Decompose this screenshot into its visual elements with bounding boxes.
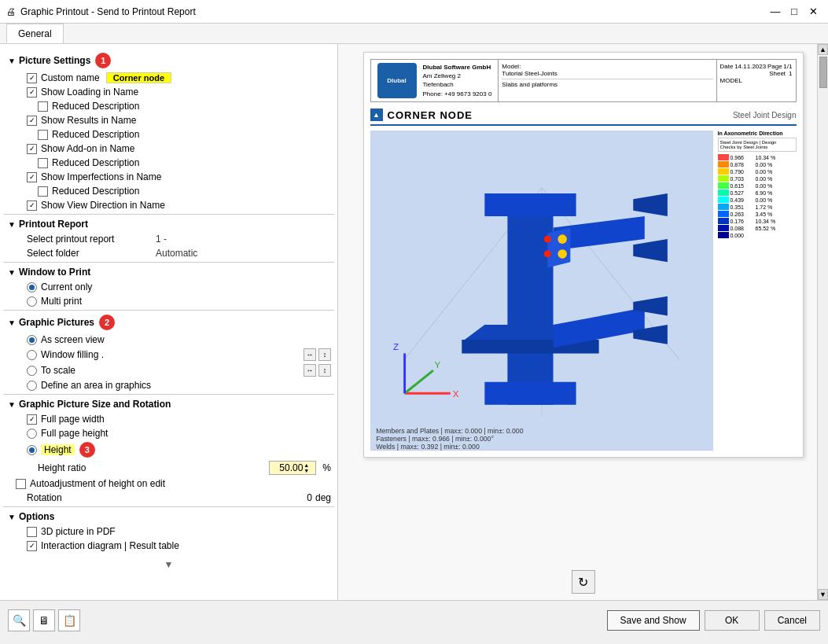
define-area-radio[interactable] — [27, 381, 37, 391]
legend-color-swatch — [718, 197, 729, 203]
show-addon-checkbox[interactable] — [27, 144, 37, 154]
autoadjust-row: Autoadjustment of height on edit — [3, 477, 334, 491]
divider-2 — [3, 262, 334, 263]
preview-meta: Model: Tutorial Steel-Joints Slabs and p… — [499, 60, 716, 101]
refresh-button[interactable]: ↻ — [572, 570, 595, 594]
window-filling-icons: ↔ ↕ — [304, 348, 331, 361]
current-only-radio[interactable] — [27, 282, 37, 293]
scroll-up-arrow[interactable]: ▲ — [818, 44, 828, 55]
height-unit: % — [322, 462, 331, 473]
right-scrollbar[interactable]: ▲ ▼ — [817, 44, 828, 600]
search-tool-button[interactable]: 🔍 — [8, 609, 30, 631]
spinner-up[interactable]: ▲ — [303, 462, 310, 468]
legend-percent: 0.00 % — [756, 197, 773, 203]
to-scale-icons: ↔ ↕ — [304, 364, 331, 377]
legend-value: 0.790 — [730, 169, 754, 175]
current-only-label: Current only — [41, 282, 92, 293]
scroll-down-arrow[interactable]: ▼ — [818, 589, 828, 600]
show-imperfections-checkbox[interactable] — [27, 172, 37, 182]
close-button[interactable]: ✕ — [804, 3, 822, 20]
clipboard-tool-button[interactable]: 📋 — [58, 609, 80, 631]
icon-btn-3[interactable]: ↔ — [304, 364, 316, 377]
multi-print-label: Multi print — [41, 296, 82, 307]
height-ratio-input[interactable] — [271, 462, 303, 473]
section-window-to-print[interactable]: ▼ Window to Print — [3, 264, 334, 280]
autoadjust-checkbox[interactable] — [16, 479, 26, 489]
window-title: Graphic Printout - Send to Printout Repo… — [20, 6, 196, 17]
show-addon-label: Show Add-on in Name — [41, 143, 134, 154]
custom-name-checkbox[interactable] — [27, 73, 37, 83]
show-results-checkbox[interactable] — [27, 116, 37, 126]
cancel-button[interactable]: Cancel — [764, 610, 820, 631]
maximize-button[interactable]: □ — [786, 3, 803, 20]
graphic-size-title: Graphic Picture Size and Rotation — [19, 399, 171, 410]
bottom-tools: 🔍 🖥 📋 — [8, 609, 80, 631]
svg-marker-4 — [507, 199, 553, 405]
icon-btn-4[interactable]: ↕ — [318, 364, 331, 377]
legend-rows: 0.966 10.34 % 0.878 0.00 % 0.790 0.00 % … — [718, 154, 797, 238]
page-label: Page — [767, 63, 782, 70]
tab-general[interactable]: General — [6, 24, 64, 43]
show-loading-row: Show Loading in Name — [3, 85, 334, 99]
preview-logo-area: Dlubal Dlubal Software GmbH Am Zellweg 2… — [371, 60, 499, 101]
minimize-button[interactable]: — — [767, 3, 784, 20]
icon-btn-2[interactable]: ↕ — [318, 348, 331, 361]
sheet-label: Sheet — [769, 70, 786, 77]
legend-color-swatch — [718, 211, 729, 217]
bottom-actions: Save and Show OK Cancel — [607, 610, 820, 631]
legend-color-swatch — [718, 168, 729, 175]
to-scale-radio[interactable] — [27, 366, 37, 376]
reduced-desc-3-label: Reduced Description — [52, 157, 139, 168]
spinner-down[interactable]: ▼ — [303, 468, 310, 473]
steel-joint-design: Steel Joint Design — [733, 111, 797, 120]
section-graphic-pictures[interactable]: ▼ Graphic Pictures 2 — [3, 312, 334, 333]
save-and-show-button[interactable]: Save and Show — [607, 610, 700, 631]
divider-5 — [3, 506, 334, 507]
reduced-desc-4-checkbox[interactable] — [38, 186, 48, 197]
section-graphic-size[interactable]: ▼ Graphic Picture Size and Rotation — [3, 396, 334, 412]
height-radio[interactable] — [27, 445, 37, 455]
section-printout-report[interactable]: ▼ Printout Report — [3, 216, 334, 232]
window-filling-radio[interactable] — [27, 350, 37, 360]
refresh-area: ↻ — [338, 564, 828, 600]
show-loading-checkbox[interactable] — [27, 87, 37, 98]
interaction-diagram-label: Interaction diagram | Result table — [41, 540, 179, 551]
collapse-icon-5: ▼ — [6, 399, 17, 410]
3d-pdf-checkbox[interactable] — [27, 527, 37, 537]
tutorial-label: Tutorial Steel-Joints — [502, 70, 712, 79]
interaction-diagram-checkbox[interactable] — [27, 541, 37, 551]
badge-2: 2 — [99, 315, 115, 330]
full-page-width-checkbox[interactable] — [27, 414, 37, 425]
dlubal-logo: Dlubal — [377, 63, 417, 98]
section-picture-settings[interactable]: ▼ Picture Settings 1 — [3, 50, 334, 71]
scroll-thumb[interactable] — [819, 57, 827, 88]
icon-btn-1[interactable]: ↔ — [304, 348, 316, 361]
full-page-height-radio[interactable] — [27, 429, 37, 439]
current-only-row: Current only — [3, 280, 334, 294]
multi-print-radio[interactable] — [27, 296, 37, 307]
define-area-label: Define an area in graphics — [41, 380, 151, 391]
screen-tool-button[interactable]: 🖥 — [33, 609, 55, 631]
custom-name-row: Custom name Corner node — [3, 71, 334, 85]
show-view-direction-row: Show View Direction in Name — [3, 198, 334, 212]
legend-percent: 0.00 % — [756, 162, 773, 167]
ok-button[interactable]: OK — [705, 610, 760, 631]
reduced-desc-3-checkbox[interactable] — [38, 158, 48, 168]
define-area-row: Define an area in graphics — [3, 378, 334, 392]
section-options[interactable]: ▼ Options — [3, 509, 334, 524]
show-loading-label: Show Loading in Name — [41, 86, 138, 98]
preview-page: Date 14.11.2023 Page 1/1 Sheet 1 MODEL — [717, 60, 796, 101]
collapse-icon-2: ▼ — [6, 219, 17, 230]
corner-node-title: CORNER NODE — [388, 109, 733, 121]
collapse-icon-6: ▼ — [6, 511, 17, 522]
company-name: Dlubal Software GmbH — [423, 63, 492, 72]
as-screen-view-radio[interactable] — [27, 335, 37, 345]
legend-color-swatch — [718, 225, 729, 231]
show-view-direction-checkbox[interactable] — [27, 201, 37, 211]
reduced-desc-1-checkbox[interactable] — [38, 101, 48, 112]
badge-1: 1 — [95, 53, 111, 68]
legend-row: 0.000 — [718, 232, 797, 238]
collapse-icon: ▼ — [6, 55, 17, 66]
select-printout-row: Select printout report 1 - — [3, 232, 334, 246]
reduced-desc-2-checkbox[interactable] — [38, 130, 48, 140]
